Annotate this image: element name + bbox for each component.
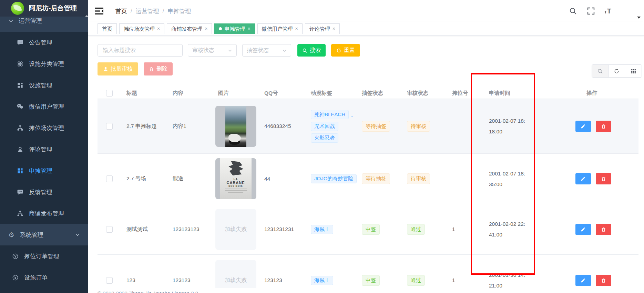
- chevron-down-icon: [8, 18, 14, 23]
- tab-wechat-users[interactable]: 微信用户管理×: [257, 23, 303, 34]
- cell-content: 能送: [167, 175, 213, 182]
- audit-status-select[interactable]: 审核状态: [188, 44, 237, 57]
- row-checkbox[interactable]: [106, 123, 113, 130]
- sidebar-item-booth-orders[interactable]: 摊位订单管理: [0, 245, 88, 267]
- reset-button[interactable]: 重置: [331, 44, 360, 57]
- squares-icon: [17, 167, 23, 174]
- sidebar-item-label: 设施管理: [29, 81, 52, 89]
- cell-qq: 1231231231: [259, 226, 305, 232]
- edit-button[interactable]: [575, 121, 591, 132]
- refresh-icon: [336, 48, 341, 53]
- font-size-icon[interactable]: тT: [604, 7, 612, 15]
- image-load-failed: 加载失败: [215, 209, 256, 250]
- pencil-icon: [581, 124, 586, 129]
- col-header-tags: 动漫标签: [305, 90, 356, 97]
- cell-actions: [571, 121, 638, 132]
- sidebar-item-label: 公告管理: [29, 39, 52, 47]
- cell-actions: [571, 173, 638, 184]
- sidebar-item-booth-application[interactable]: 申摊管理: [0, 160, 88, 181]
- delete-selected-button[interactable]: 删除: [144, 62, 173, 75]
- sidebar-item-facility[interactable]: 设施管理: [0, 74, 88, 96]
- cell-booth: 1: [447, 226, 483, 232]
- cell-booth: 1: [447, 277, 483, 283]
- cell-title: 测试测试: [121, 226, 167, 233]
- sidebar-section-operations[interactable]: 运营管理: [0, 17, 88, 32]
- delete-button[interactable]: [596, 173, 611, 184]
- edit-button[interactable]: [575, 275, 591, 286]
- sidebar-item-facility-category[interactable]: 设施分类管理: [0, 53, 88, 74]
- sidebar-item-comments[interactable]: 评论管理: [0, 139, 88, 160]
- row-checkbox[interactable]: [106, 175, 113, 182]
- poster-art: [228, 161, 244, 175]
- search-button[interactable]: 搜索: [297, 44, 326, 57]
- delete-button[interactable]: [596, 224, 611, 235]
- sidebar-item-wechat-users[interactable]: 微信用户管理: [0, 96, 88, 117]
- edit-button[interactable]: [575, 224, 591, 235]
- audit-status-badge: 通过: [407, 224, 425, 235]
- col-header-image: 图片: [213, 90, 259, 97]
- footer-copyright: © 2018-2022 Zheng Jie Apache License 2.0: [98, 288, 638, 293]
- tab-booth-application[interactable]: 申摊管理×: [214, 23, 255, 34]
- draw-status-badge: 等待抽签: [362, 121, 390, 132]
- audit-status-badge: 待审核: [407, 173, 430, 184]
- clover-icon: [17, 60, 23, 67]
- toolbar-refresh-button[interactable]: [609, 65, 625, 77]
- toolbar-columns-button[interactable]: [625, 65, 642, 77]
- cell-tags: JOJO的奇妙冒险: [305, 174, 356, 183]
- cell-qq: 44: [259, 176, 305, 182]
- tab-shop-publish[interactable]: 商铺发布管理×: [167, 23, 212, 34]
- cell-apply-time: 2001-02-07 18:35:00: [483, 168, 571, 190]
- sidebar-item-feedback[interactable]: 反馈管理: [0, 181, 88, 203]
- trash-icon: [601, 227, 606, 232]
- draw-status-select[interactable]: 抽签状态: [242, 44, 291, 57]
- breadcrumb-home[interactable]: 首页: [115, 7, 127, 15]
- sidebar-item-shop-publish[interactable]: 商铺发布管理: [0, 203, 88, 224]
- sidebar-submenu-system: 摊位订单管理 设施订单: [0, 245, 88, 293]
- caret-down-icon: [637, 17, 641, 19]
- batch-audit-button[interactable]: 批量审核: [98, 62, 138, 75]
- sidebar-item-label: 设施分类管理: [29, 60, 64, 68]
- toolbar-search-toggle[interactable]: [592, 65, 609, 77]
- poster-text: CABANE: [220, 181, 252, 185]
- col-header-qq: QQ号: [259, 90, 305, 97]
- col-header-booth: 摊位号: [447, 90, 483, 97]
- row-image[interactable]: LA CABANE DES BOIS: [215, 158, 256, 199]
- header-actions: тT: [569, 3, 644, 19]
- close-icon[interactable]: ×: [247, 24, 250, 34]
- sitemap-icon: [17, 210, 23, 217]
- row-image[interactable]: [215, 106, 256, 147]
- edit-button[interactable]: [575, 173, 591, 184]
- delete-button[interactable]: [596, 275, 611, 286]
- search-icon[interactable]: [569, 7, 577, 16]
- row-checkbox[interactable]: [106, 226, 113, 233]
- tab-home[interactable]: 首页: [98, 23, 117, 34]
- sidebar-submenu: 公告管理 设施分类管理 设施管理 微信用户管理 摊位场次管理 评论管理 申摊管理: [0, 32, 88, 224]
- sidebar-collapse-icon[interactable]: [95, 7, 104, 15]
- trash-icon: [601, 124, 606, 129]
- tab-comments[interactable]: 评论管理×: [305, 23, 340, 34]
- sidebar-item-announcements[interactable]: 公告管理: [0, 32, 88, 53]
- sidebar-item-booth-sessions[interactable]: 摊位场次管理: [0, 117, 88, 139]
- title-search-input[interactable]: [98, 44, 183, 57]
- cell-actions: [571, 224, 638, 235]
- sidebar-item-facility-orders[interactable]: 设施订单: [0, 267, 88, 288]
- col-header-draw-status: 抽签状态: [356, 90, 401, 97]
- chevron-down-icon: [228, 48, 232, 53]
- close-icon[interactable]: ×: [205, 24, 207, 34]
- sidebar-item-label: 摊位场次管理: [29, 124, 64, 132]
- comment-icon: [17, 39, 23, 46]
- sitemap-icon: [17, 124, 23, 131]
- user-menu[interactable]: [621, 3, 639, 19]
- sidebar-section-system[interactable]: ⚙ 系统管理: [0, 224, 88, 245]
- app-logo-icon: [11, 2, 24, 15]
- tab-booth-sessions[interactable]: 摊位场次管理×: [119, 23, 164, 34]
- fullscreen-icon[interactable]: [586, 7, 595, 16]
- row-checkbox[interactable]: [106, 277, 113, 284]
- select-all-checkbox[interactable]: [106, 90, 113, 97]
- close-icon[interactable]: ×: [157, 24, 160, 34]
- close-icon[interactable]: ×: [295, 24, 298, 34]
- squares-icon: [17, 82, 23, 89]
- app-title: 阿尼坊-后台管理: [29, 4, 77, 13]
- close-icon[interactable]: ×: [333, 24, 335, 34]
- delete-button[interactable]: [596, 121, 611, 132]
